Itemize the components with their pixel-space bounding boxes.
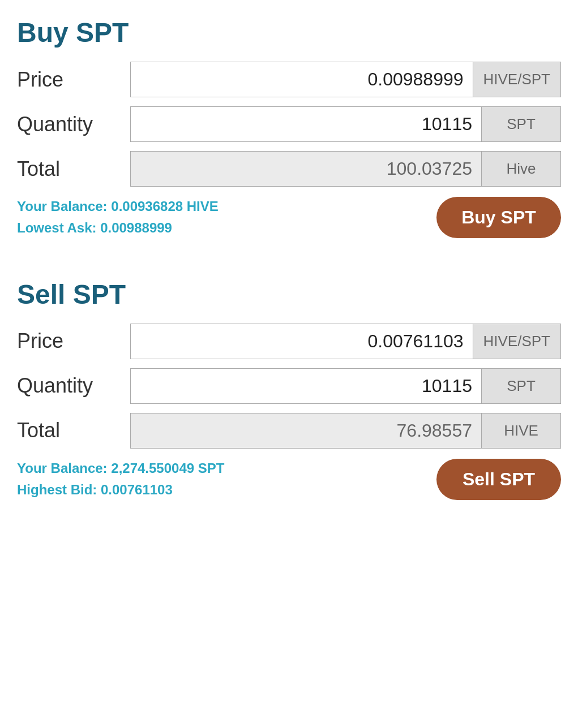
buy-total-row: Total Hive [17,151,561,187]
sell-quantity-row: Quantity SPT [17,368,561,404]
buy-price-suffix: HIVE/SPT [473,62,561,97]
section-divider [17,262,561,279]
sell-button[interactable]: Sell SPT [436,459,561,500]
buy-title: Buy SPT [17,17,561,48]
sell-quantity-label: Quantity [17,374,130,398]
buy-lowest-ask-line: Lowest Ask: 0.00988999 [17,217,219,239]
sell-price-suffix: HIVE/SPT [473,324,561,359]
sell-total-label: Total [17,419,130,442]
sell-price-input-group: HIVE/SPT [130,324,561,359]
sell-info-row: Your Balance: 2,274.550049 SPT Highest B… [17,458,561,501]
sell-highest-bid-line: Highest Bid: 0.00761103 [17,479,224,501]
sell-price-label: Price [17,329,130,353]
sell-price-row: Price HIVE/SPT [17,324,561,359]
buy-lowest-ask-label: Lowest Ask: [17,220,96,235]
buy-lowest-ask-value: 0.00988999 [100,220,172,235]
sell-highest-bid-label: Highest Bid: [17,482,97,497]
buy-balance-line: Your Balance: 0.00936828 HIVE [17,196,219,217]
buy-price-input-group: HIVE/SPT [130,62,561,97]
sell-total-input [130,413,482,449]
buy-total-label: Total [17,157,130,181]
buy-quantity-label: Quantity [17,113,130,136]
sell-total-input-group: HIVE [130,413,561,449]
sell-quantity-input[interactable] [130,368,482,404]
buy-quantity-row: Quantity SPT [17,106,561,142]
buy-price-label: Price [17,68,130,92]
sell-highest-bid-value: 0.00761103 [101,482,173,497]
buy-price-row: Price HIVE/SPT [17,62,561,97]
buy-button[interactable]: Buy SPT [436,197,561,238]
buy-quantity-input-group: SPT [130,106,561,142]
buy-section: Buy SPT Price HIVE/SPT Quantity SPT Tota… [17,17,561,239]
buy-quantity-input[interactable] [130,106,482,142]
sell-balance-label: Your Balance: [17,460,108,476]
sell-quantity-suffix: SPT [482,368,561,404]
buy-total-input [130,151,482,187]
buy-total-suffix: Hive [482,151,561,187]
buy-quantity-suffix: SPT [482,106,561,142]
sell-balance-value: 2,274.550049 SPT [111,460,224,476]
buy-balance-value: 0.00936828 HIVE [111,199,218,214]
buy-price-input[interactable] [130,62,473,97]
buy-balance-info: Your Balance: 0.00936828 HIVE Lowest Ask… [17,196,219,239]
sell-balance-line: Your Balance: 2,274.550049 SPT [17,458,224,479]
sell-quantity-input-group: SPT [130,368,561,404]
sell-title: Sell SPT [17,279,561,310]
sell-section: Sell SPT Price HIVE/SPT Quantity SPT Tot… [17,279,561,501]
buy-info-row: Your Balance: 0.00936828 HIVE Lowest Ask… [17,196,561,239]
buy-balance-label: Your Balance: [17,199,108,214]
buy-total-input-group: Hive [130,151,561,187]
sell-total-row: Total HIVE [17,413,561,449]
sell-balance-info: Your Balance: 2,274.550049 SPT Highest B… [17,458,224,501]
sell-price-input[interactable] [130,324,473,359]
sell-total-suffix: HIVE [482,413,561,449]
